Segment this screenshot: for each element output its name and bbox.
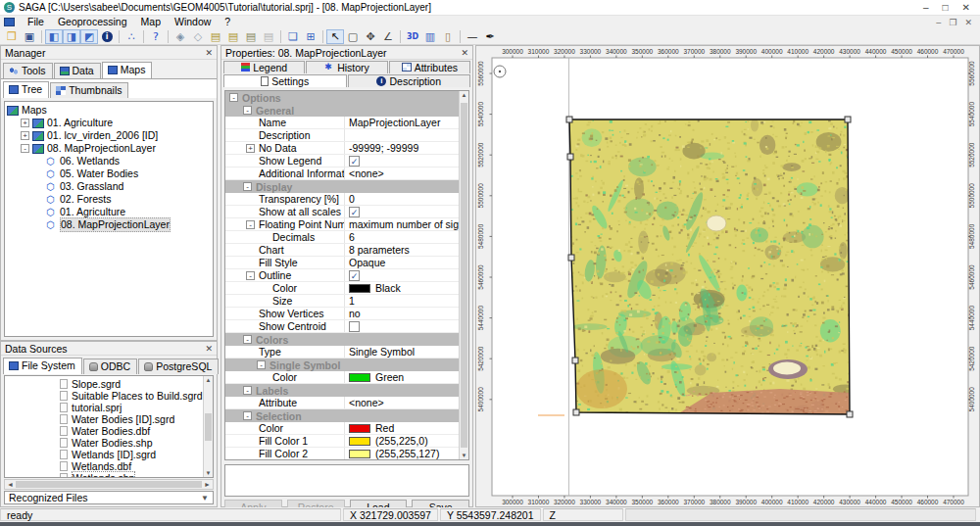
property-value[interactable]: <none>: [345, 397, 459, 408]
color-swatch[interactable]: [349, 450, 370, 458]
mdi-minimize-button[interactable]: –: [936, 18, 941, 27]
expand-icon[interactable]: +: [21, 131, 29, 140]
export-map-button[interactable]: ▤: [260, 29, 277, 44]
property-value[interactable]: 6: [345, 231, 459, 243]
property-value[interactable]: Opaque: [345, 257, 459, 268]
property-value[interactable]: ✓: [345, 206, 459, 217]
menu-map[interactable]: Map: [134, 16, 168, 28]
vertex-handle[interactable]: [572, 358, 578, 363]
mdi-close-button[interactable]: ✕: [964, 18, 972, 27]
map-layout-button[interactable]: ▤: [242, 29, 260, 44]
minimize-button[interactable]: –: [923, 2, 929, 13]
property-value[interactable]: 1: [345, 295, 459, 307]
collapse-icon[interactable]: -: [243, 386, 252, 395]
vertex-handle[interactable]: [573, 409, 579, 415]
zoom-full-extent-button[interactable]: ◈: [172, 29, 189, 44]
copy-map-to-clipboard-button[interactable]: ❏: [284, 29, 302, 44]
property-row-fill-style[interactable]: Fill StyleOpaque: [225, 257, 459, 269]
property-group-single-symbol[interactable]: -Single Symbol: [225, 359, 459, 371]
property-row-name[interactable]: NameMapProjectionLayer: [225, 117, 459, 129]
tree-item[interactable]: ⬡05. Water Bodies: [5, 167, 213, 180]
tab-tools[interactable]: Tools: [3, 63, 53, 78]
property-row-fill-color-2[interactable]: Fill Color 2(255,255,127): [225, 448, 459, 459]
tree-item[interactable]: +01. Agriculture: [5, 117, 213, 129]
save-file-button[interactable]: ▣: [21, 29, 38, 44]
menu-geoprocessing[interactable]: Geoprocessing: [51, 16, 134, 28]
property-group-general[interactable]: -General: [225, 104, 459, 117]
property-value[interactable]: Black: [345, 282, 459, 294]
property-value[interactable]: -99999; -99999: [345, 142, 459, 154]
menu-file[interactable]: File: [21, 16, 51, 28]
tree-item[interactable]: ⬡03. Grassland: [5, 180, 213, 193]
map-view[interactable]: 3000003000003100003100003200003200003300…: [475, 45, 980, 507]
color-swatch[interactable]: [349, 284, 370, 293]
file-item[interactable]: Wetlands [ID].sgrd: [5, 449, 213, 460]
new-map-view-button[interactable]: ⊞: [302, 29, 319, 44]
subtab-thumbnails[interactable]: Thumbnails: [50, 82, 128, 98]
property-row-size[interactable]: Size1: [225, 295, 459, 308]
property-row-color[interactable]: ColorRed: [225, 422, 459, 435]
file-item[interactable]: tutorial.sprj: [5, 402, 213, 413]
pointer-tool-button[interactable]: ↖: [326, 29, 344, 44]
measure-tool-button[interactable]: ∠: [379, 29, 397, 44]
duplicate-map-button[interactable]: ▤: [224, 29, 242, 44]
show-tool-manager-button[interactable]: ◧: [45, 29, 63, 44]
vertex-handle[interactable]: [568, 255, 574, 261]
vertex-handle[interactable]: [566, 117, 572, 122]
property-value[interactable]: (255,255,127): [345, 448, 459, 459]
close-button[interactable]: ✕: [962, 2, 970, 13]
property-row-outline[interactable]: -Outline✓: [225, 269, 459, 282]
property-row-fill-color-1[interactable]: Fill Color 1(255,225,0): [225, 435, 459, 448]
property-row-decimals[interactable]: Decimals6: [225, 231, 459, 244]
collapse-icon[interactable]: -: [243, 182, 252, 191]
property-group-selection[interactable]: -Selection: [225, 409, 459, 422]
color-swatch[interactable]: [349, 437, 370, 446]
file-item[interactable]: Slope.sgrd: [5, 378, 213, 390]
property-value[interactable]: 0: [345, 193, 459, 205]
collapse-icon[interactable]: -: [243, 106, 252, 115]
property-value[interactable]: 8 parameters: [345, 244, 459, 256]
property-group-colors[interactable]: -Colors: [225, 333, 459, 346]
tab-legend[interactable]: Legend: [223, 61, 305, 73]
mdi-restore-button[interactable]: ❐: [949, 18, 956, 27]
file-tree-vertical-scrollbar[interactable]: ▲▼: [203, 376, 213, 477]
show-messages-button[interactable]: i: [98, 29, 116, 44]
pan-tool-button[interactable]: ✥: [362, 29, 379, 44]
property-value[interactable]: MapProjectionLayer: [345, 117, 459, 128]
collapse-icon[interactable]: -: [257, 360, 266, 369]
tree-item[interactable]: +01. lcv_virden_2006 [ID]: [5, 129, 213, 142]
checkbox-checked[interactable]: ✓: [349, 270, 360, 281]
property-row-show-vertices[interactable]: Show Verticesno: [225, 308, 459, 320]
manager-close-icon[interactable]: ✕: [205, 48, 213, 58]
tool-chains-button[interactable]: ∴: [122, 29, 140, 44]
property-row-description[interactable]: Description: [225, 129, 459, 142]
tab-description[interactable]: iDescription: [348, 74, 471, 87]
tree-item[interactable]: ⬡08. MapProjectionLayer: [5, 218, 213, 231]
property-row-floating-point-numbers[interactable]: -Floating Point Numbersmaximum number of…: [225, 218, 459, 231]
collapse-icon[interactable]: -: [246, 271, 255, 280]
property-row-color[interactable]: ColorBlack: [225, 282, 459, 295]
property-grid-scrollbar[interactable]: ▲▼: [459, 91, 468, 459]
property-value[interactable]: maximum number of significant d: [345, 218, 459, 230]
property-value[interactable]: ✓: [345, 155, 459, 167]
tab-odbc[interactable]: ODBC: [83, 359, 137, 374]
recognized-files-dropdown[interactable]: Recognized Files ▼: [4, 491, 214, 504]
property-row-show-legend[interactable]: Show Legend✓: [225, 155, 459, 167]
tab-data[interactable]: Data: [54, 63, 101, 78]
property-group-options[interactable]: -Options: [225, 91, 459, 104]
mdi-child-icon[interactable]: [4, 18, 15, 26]
checkbox-unchecked[interactable]: [349, 321, 360, 332]
save-as-image-button[interactable]: ▥: [421, 29, 439, 44]
tab-file-system[interactable]: File System: [3, 358, 82, 374]
expand-icon[interactable]: +: [246, 144, 255, 153]
clipboard-button[interactable]: ▯: [439, 29, 457, 44]
color-swatch[interactable]: [349, 373, 370, 382]
collapse-icon[interactable]: -: [21, 144, 29, 153]
property-value[interactable]: Green: [345, 371, 459, 383]
show-map-manager-button[interactable]: ◩: [80, 29, 98, 44]
property-value[interactable]: (255,225,0): [345, 435, 459, 447]
zoom-previous-extent-button[interactable]: ◇: [189, 29, 207, 44]
property-row-show-at-all-scales[interactable]: Show at all scales✓: [225, 206, 459, 218]
property-group-display[interactable]: -Display: [225, 180, 459, 193]
file-item[interactable]: Water Bodies.shp: [5, 437, 213, 449]
